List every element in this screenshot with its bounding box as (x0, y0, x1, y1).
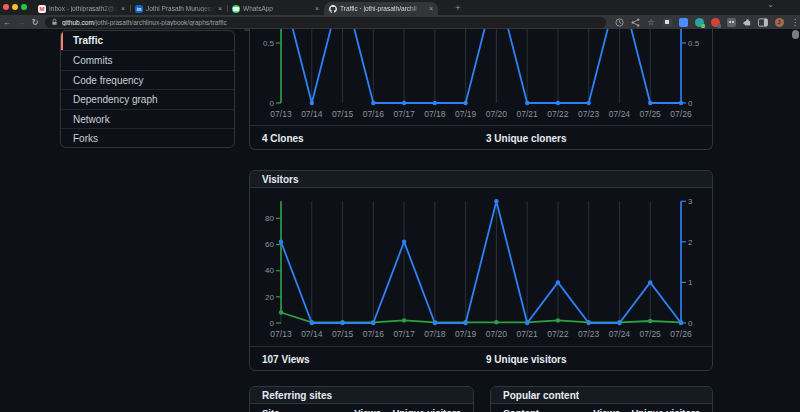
tab-title: Inbox - jothiprasath2@gma (49, 5, 118, 12)
browser-menu-icon[interactable]: ⋮ (790, 17, 800, 27)
svg-text:0.5: 0.5 (263, 39, 275, 48)
new-tab-button[interactable]: + (452, 2, 464, 14)
views-total: 107 Views (262, 353, 310, 364)
forward-button[interactable]: → (14, 18, 28, 27)
svg-text:07/18: 07/18 (424, 109, 446, 119)
svg-text:0: 0 (688, 99, 693, 108)
browser-tab-1[interactable]: MInbox - jothiprasath2@gma× (33, 2, 130, 15)
svg-text:07/19: 07/19 (455, 329, 477, 339)
svg-text:07/13: 07/13 (270, 109, 292, 119)
refresh-button[interactable]: ↻ (28, 18, 42, 27)
column-unique-visitors: Unique visitors (620, 407, 700, 412)
svg-text:07/19: 07/19 (455, 109, 477, 119)
popular-content-card: Popular content Content Views Unique vis… (490, 386, 713, 412)
lock-icon (51, 18, 58, 26)
gmail-favicon-icon: M (38, 5, 46, 13)
browser-toolbar: ← → ↻ github.com/jothi-prasath/archlinux… (0, 15, 800, 29)
window-controls (3, 4, 27, 10)
popular-content-title: Popular content (491, 387, 712, 404)
extension-blue-icon[interactable] (678, 17, 688, 27)
svg-text:07/13: 07/13 (270, 329, 292, 339)
svg-text:20: 20 (265, 293, 274, 302)
svg-text:2: 2 (688, 238, 693, 247)
svg-text:40: 40 (265, 266, 274, 275)
svg-text:07/14: 07/14 (301, 109, 323, 119)
visitors-chart: 020406080012307/1307/1407/1507/1607/1707… (250, 188, 712, 346)
page-scrollbar-thumb[interactable] (792, 30, 799, 39)
column-unique-visitors: Unique visitors (381, 407, 461, 412)
share-icon[interactable] (630, 17, 640, 27)
sidebar-item-forks[interactable]: Forks (61, 128, 234, 147)
side-panel-icon[interactable] (758, 17, 768, 27)
history-icon[interactable] (614, 17, 624, 27)
tab-close-icon[interactable]: × (429, 5, 433, 12)
svg-text:07/15: 07/15 (332, 109, 354, 119)
svg-text:07/26: 07/26 (670, 109, 692, 119)
extensions-puzzle-icon[interactable] (742, 17, 752, 27)
window-close-button[interactable] (3, 4, 9, 10)
visitors-card: Visitors 020406080012307/1307/1407/1507/… (249, 170, 713, 371)
sidebar-item-commits[interactable]: Commits (61, 50, 234, 69)
svg-text:07/15: 07/15 (332, 329, 354, 339)
svg-text:07/18: 07/18 (424, 329, 446, 339)
svg-text:1: 1 (688, 278, 693, 287)
column-site: Site (262, 407, 321, 412)
svg-text:07/26: 07/26 (670, 329, 692, 339)
browser-tab-2[interactable]: inJothi Prasath Murugesan | × (130, 2, 227, 15)
tab-close-icon[interactable]: × (315, 5, 319, 12)
svg-text:07/16: 07/16 (363, 109, 385, 119)
sidebar-item-code-frequency[interactable]: Code frequency (61, 70, 234, 89)
sidebar-item-dependency-graph[interactable]: Dependency graph (61, 89, 234, 108)
sidebar-item-label: Commits (73, 55, 112, 66)
tab-search-chevron-icon[interactable]: ⌄ (767, 0, 774, 9)
sidebar-item-traffic[interactable]: Traffic (61, 31, 234, 50)
browser-tab-4[interactable]: Traffic · jothi-prasath/archli× (324, 2, 438, 15)
referring-sites-title: Referring sites (250, 387, 473, 404)
profile-avatar[interactable]: J (774, 17, 784, 27)
extension-globe-icon[interactable] (694, 17, 704, 27)
back-button[interactable]: ← (0, 18, 14, 27)
active-item-accent-bar (61, 31, 63, 50)
popular-content-header-row: Content Views Unique visitors (491, 404, 712, 412)
tab-strip: MInbox - jothiprasath2@gma×inJothi Prasa… (0, 0, 800, 15)
unique-cloners-total: 3 Unique cloners (486, 132, 567, 143)
visitors-card-title: Visitors (250, 171, 712, 188)
git-clones-card: 00.500.507/1307/1407/1507/1607/1707/1807… (249, 29, 713, 150)
tab-close-icon[interactable]: × (121, 5, 125, 12)
svg-text:0: 0 (270, 99, 275, 108)
svg-text:07/25: 07/25 (640, 109, 662, 119)
github-traffic-page: TrafficCommitsCode frequencyDependency g… (0, 29, 800, 412)
sidebar-item-network[interactable]: Network (61, 109, 234, 128)
svg-text:07/17: 07/17 (393, 109, 415, 119)
extension-red-icon[interactable] (710, 17, 720, 27)
sidebar-item-label: Network (73, 114, 110, 125)
extension-dark-icon[interactable] (662, 17, 672, 27)
svg-text:07/24: 07/24 (609, 109, 631, 119)
svg-text:0: 0 (270, 319, 275, 328)
whatsapp-favicon-icon: ☎ (232, 5, 240, 13)
extension-gray-icon[interactable] (726, 17, 736, 27)
window-minimize-button[interactable] (12, 4, 18, 10)
referring-sites-card: Referring sites Site Views Unique visito… (249, 386, 474, 412)
window-maximize-button[interactable] (21, 4, 27, 10)
insights-sidebar: TrafficCommitsCode frequencyDependency g… (60, 30, 235, 148)
browser-tab-3[interactable]: ☎WhatsApp× (227, 2, 324, 15)
git-clones-chart: 00.500.507/1307/1407/1507/1607/1707/1807… (250, 29, 712, 125)
svg-text:07/25: 07/25 (640, 329, 662, 339)
svg-text:07/23: 07/23 (578, 329, 600, 339)
svg-text:07/20: 07/20 (486, 329, 508, 339)
linkedin-favicon-icon: in (135, 5, 143, 13)
url-domain: github.com (62, 19, 94, 26)
tab-title: Jothi Prasath Murugesan | (146, 5, 215, 12)
svg-text:60: 60 (265, 240, 274, 249)
svg-text:07/21: 07/21 (517, 329, 539, 339)
svg-text:07/16: 07/16 (363, 329, 385, 339)
svg-text:3: 3 (688, 197, 693, 206)
bookmark-star-icon[interactable]: ☆ (646, 17, 656, 27)
tab-close-icon[interactable]: × (218, 5, 222, 12)
sidebar-item-label: Dependency graph (73, 94, 158, 105)
sidebar-item-label: Code frequency (73, 75, 144, 86)
address-bar[interactable]: github.com/jothi-prasath/archlinux-playb… (45, 17, 606, 28)
svg-text:0.5: 0.5 (688, 39, 700, 48)
browser-window: MInbox - jothiprasath2@gma×inJothi Prasa… (0, 0, 800, 412)
